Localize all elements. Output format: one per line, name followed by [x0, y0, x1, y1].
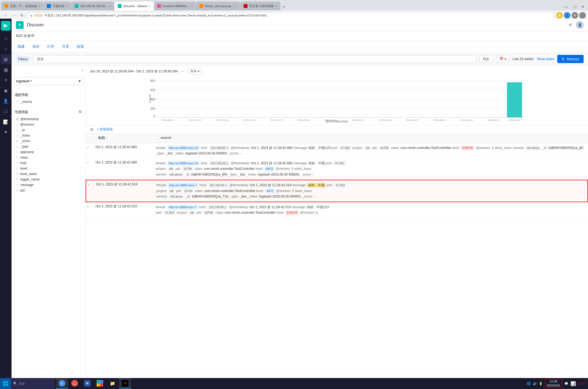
field-index[interactable]: t_index — [15, 133, 82, 138]
sidebar-ml[interactable]: ⬡ — [1, 106, 11, 116]
taskbar-kibana-icon[interactable]: 📊 — [570, 381, 576, 386]
idea-taskbar-icon: IJ — [122, 380, 128, 387]
show-dates-button[interactable]: Show dates — [537, 57, 554, 61]
tab-csdn[interactable]: 写文章-CSDN博客 × — [240, 2, 280, 10]
tab-baidu[interactable]: 百度一下，你就知道 × — [1, 2, 44, 10]
taskbar-app-explorer[interactable]: 📁 — [106, 378, 119, 389]
taskbar-battery-icon[interactable]: 🔋 — [539, 382, 543, 385]
share-button[interactable]: 共享 — [60, 43, 71, 50]
field-id[interactable]: t_id — [15, 127, 82, 133]
auto-select-dropdown[interactable]: 自动 ▾ — [188, 68, 202, 75]
refresh-icon: ↻ — [562, 57, 565, 61]
panel-toggle[interactable]: ‹ — [12, 66, 85, 75]
tab-kibana-ip-close[interactable]: × — [109, 4, 111, 8]
sidebar-logs[interactable]: 📝 — [1, 117, 11, 127]
sidebar-discover[interactable]: ◎ — [1, 54, 11, 64]
start-button[interactable] — [0, 378, 11, 389]
tab-friover[interactable]: friover_idea.java,sp... × — [196, 2, 240, 10]
explorer-taskbar-icon: 📁 — [109, 380, 116, 387]
field-version[interactable]: t@version — [15, 122, 82, 127]
window-close[interactable]: × — [580, 3, 586, 10]
app-icon: D — [16, 21, 24, 29]
taskbar-app-chrome[interactable]: 🌐 — [94, 378, 106, 389]
svg-text:2023-08-13: 2023-08-13 — [351, 119, 364, 121]
menu-icon[interactable]: ⋮ — [579, 12, 586, 19]
row3-expand-button[interactable]: › — [86, 180, 94, 202]
field-type[interactable]: t_type — [15, 144, 82, 149]
chrome-taskbar-icon: 🌐 — [97, 380, 103, 387]
filters-label[interactable]: Filters — [16, 56, 30, 62]
refresh-button[interactable]: ↻ Refresh — [557, 55, 584, 63]
taskbar-app-word[interactable]: W — [81, 378, 93, 389]
sidebar-visualize[interactable]: ▦ — [1, 65, 11, 75]
tab-friover-close[interactable]: × — [235, 4, 237, 8]
index-dropdown[interactable]: logstash-* ▾ — [14, 77, 83, 85]
tab-kibana-ip[interactable]: 192.168.85.200:92... × — [71, 2, 114, 10]
tab-discover[interactable]: Discover - Kibana × — [114, 2, 154, 10]
back-button[interactable]: ← — [2, 12, 9, 19]
window-maximize[interactable]: □ — [572, 3, 578, 10]
tab-localhost-close[interactable]: × — [191, 4, 193, 8]
field-pid[interactable]: ?pid — [15, 188, 82, 193]
search-input[interactable] — [33, 55, 476, 63]
row2-expand-button[interactable]: › — [86, 158, 94, 180]
refresh-button[interactable]: ↻ — [19, 12, 25, 19]
inspect-button[interactable]: 检查 — [75, 43, 86, 50]
tab-add-button[interactable]: + — [280, 3, 287, 10]
field-level[interactable]: tlevel — [15, 166, 82, 171]
datetime-separator: — — [181, 69, 184, 73]
open-button[interactable]: 打开 — [46, 43, 56, 50]
bookmark-icon[interactable]: ★ — [556, 12, 563, 19]
selected-fields-list: ? _source — [15, 99, 82, 105]
taskbar-datetime[interactable]: 11:28 2023/10/1 — [545, 379, 562, 389]
url-bar[interactable]: ▲ 不安全 不安全 | 192.168.85.200:5601/app/kiba… — [26, 12, 555, 19]
sidebar-maps[interactable]: 👤 — [1, 96, 11, 106]
taskbar-app-browser[interactable]: e — [56, 378, 68, 389]
field-timestamp[interactable]: @@timestamp — [15, 116, 82, 122]
taskbar-app-idea[interactable]: IJ — [119, 378, 131, 389]
sidebar-home[interactable]: ⌂ — [1, 33, 11, 43]
available-fields-settings-icon[interactable]: ⚙ — [78, 109, 82, 114]
kql-button[interactable]: KQL — [479, 55, 493, 63]
sidebar-canvas[interactable]: ◉ — [1, 86, 11, 95]
row1-expand-button[interactable]: › — [86, 143, 94, 158]
tab-baidu-close[interactable]: × — [39, 4, 40, 8]
taskbar-network-icon[interactable]: 🌐 — [527, 382, 531, 385]
taskbar-notification-icon[interactable]: 💬 — [564, 382, 568, 385]
forward-button[interactable]: → — [10, 12, 18, 19]
field-class[interactable]: ?class — [15, 155, 82, 160]
taskbar-search[interactable]: 🔍 搜索 — [11, 378, 55, 389]
add-filter-button[interactable]: + 添加筛选 — [97, 127, 113, 132]
tab-download-label: 下载内容 — [52, 4, 64, 8]
tab-download-close[interactable]: × — [66, 4, 68, 8]
tab-localhost[interactable]: localhost:8888/tes... × — [154, 2, 196, 10]
taskbar-app-fox[interactable]: 🦊 — [69, 378, 81, 389]
top-settings-icon[interactable]: ⚙ — [567, 22, 574, 28]
tab-download[interactable]: 下载内容 × — [44, 2, 71, 10]
sidebar-dashboard[interactable]: ≡ — [1, 75, 11, 85]
taskbar-volume-icon[interactable]: 🔊 — [533, 382, 537, 385]
app-title: Discover — [27, 22, 44, 27]
sidebar-recent[interactable]: ○ — [1, 44, 11, 54]
field-appname[interactable]: tappname — [15, 149, 82, 155]
user-avatar[interactable]: 👤 — [576, 21, 584, 29]
date-picker[interactable]: 📅 ▾ — [496, 55, 509, 63]
field-host[interactable]: thost — [15, 160, 82, 166]
save-button[interactable]: 保存 — [31, 43, 41, 50]
new-button[interactable]: 新建 — [16, 43, 26, 50]
extensions-icon[interactable]: ⚙ — [572, 12, 578, 19]
field-message[interactable]: tmessage — [15, 182, 82, 188]
field-level-value[interactable]: #level_value — [15, 171, 82, 177]
table-row: › Oct 1, 2023 @ 11:28:42.519 thread: htt… — [86, 202, 588, 218]
tab-csdn-close[interactable]: × — [275, 4, 277, 8]
window-minimize[interactable]: — — [562, 3, 570, 10]
row4-time: Oct 1, 2023 @ 11:28:42.519 — [94, 202, 154, 218]
tab-discover-close[interactable]: × — [149, 4, 150, 8]
row4-expand-button[interactable]: › — [86, 202, 94, 218]
field-logger-name[interactable]: tlogger_name — [15, 177, 82, 182]
field-source[interactable]: ? _source — [15, 99, 82, 105]
sidebar-apm[interactable]: ♥ — [1, 127, 11, 137]
user-account-icon[interactable]: 👤 — [564, 12, 570, 19]
filter-settings-icon[interactable]: ⚙ — [90, 127, 94, 132]
field-score[interactable]: #_score — [15, 138, 82, 144]
